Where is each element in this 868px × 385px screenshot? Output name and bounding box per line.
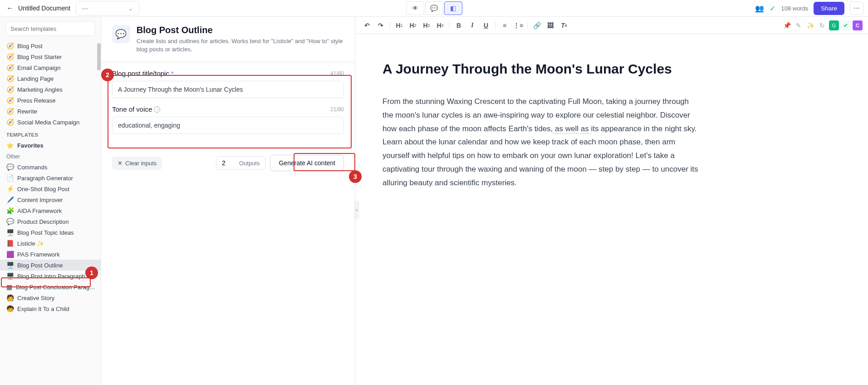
undo-icon[interactable]: ↶	[361, 19, 373, 32]
more-menu-icon[interactable]: ⋯	[850, 1, 863, 15]
sidebar-item-label: Paragraph Generator	[17, 175, 73, 182]
sidebar-item-label: Rewrite	[17, 108, 37, 115]
h4-button[interactable]: H4	[434, 19, 446, 32]
h1-button[interactable]: H1	[393, 19, 406, 32]
redo-icon[interactable]: ↷	[374, 19, 387, 32]
sidebar-item[interactable]: 📄Paragraph Generator	[0, 173, 101, 183]
field-title-label: Blog post title/topic	[112, 69, 169, 77]
user-avatar-icon[interactable]: C	[853, 20, 863, 30]
preview-icon[interactable]: 👁	[406, 1, 424, 15]
compass-icon: 🧭	[6, 53, 14, 60]
ordered-list-icon[interactable]: ≡	[498, 19, 511, 32]
search-input[interactable]	[5, 21, 95, 36]
underline-button[interactable]: U	[480, 19, 492, 32]
sidebar-item-label: Commands	[17, 164, 47, 171]
callout-badge-2: 2	[101, 69, 114, 81]
sidebar-item[interactable]: 🧭Rewrite	[0, 106, 101, 117]
star-icon: ⭐	[6, 142, 14, 149]
sidebar-item[interactable]: ▦Blog Post Conclusion Parag…	[0, 281, 101, 292]
sidebar-item[interactable]: 🧭Blog Post Starter	[0, 51, 101, 62]
h2-button[interactable]: H2	[407, 19, 419, 32]
grammarly-icon[interactable]: G	[829, 20, 839, 30]
sidebar-item[interactable]: 💬Product Description	[0, 216, 101, 227]
sidebar-item[interactable]: ⚡One-Shot Blog Post	[0, 183, 101, 194]
sidebar-item[interactable]: 📕Listicle ✨	[0, 238, 101, 249]
compass-icon: 🧭	[6, 42, 14, 49]
edit-icon[interactable]: ✎	[794, 20, 804, 30]
sidebar-item[interactable]: 🖊️Content Improver	[0, 194, 101, 205]
sidebar-item[interactable]: 🧭Marketing Angles	[0, 84, 101, 95]
form-body: Blog post title/topic * 41/80 Tone of vo…	[101, 62, 355, 148]
sidebar-item[interactable]: 🧭Social Media Campaign	[0, 117, 101, 128]
sidebar-item[interactable]: 🟪PAS Framework	[0, 249, 101, 260]
sidebar-item[interactable]: 💬Commands	[0, 162, 101, 173]
saved-check-icon: ✓	[770, 4, 775, 13]
bold-button[interactable]: B	[452, 19, 465, 32]
template-icon: 📕	[6, 240, 14, 247]
outputs-stepper[interactable]: Outputs	[216, 156, 266, 170]
shield-check-icon[interactable]: ✔	[841, 20, 851, 30]
sidebar-item[interactable]: 🧭Landing Page	[0, 73, 101, 84]
sidebar-item[interactable]: 🧒Explain It To a Child	[0, 303, 101, 314]
sidebar-item-label: Marketing Angles	[17, 86, 63, 93]
sidebar-item-label: Product Description	[17, 218, 69, 225]
clear-inputs-button[interactable]: ✕ Clear inputs	[112, 157, 162, 170]
history-icon[interactable]: ↻	[817, 20, 827, 30]
field-tone: Tone of voice i 21/80	[112, 105, 344, 134]
sidebar-item[interactable]: 🧩AIDA Framework	[0, 205, 101, 216]
comments-icon[interactable]: 💬	[425, 1, 443, 15]
sidebar-item-blog-post-outline[interactable]: 🖥️Blog Post Outline	[0, 260, 101, 271]
document-heading[interactable]: A Journey Through the Moon's Lunar Cycle…	[383, 61, 841, 77]
document-paragraph[interactable]: From the stunning Waxing Crescent to the…	[383, 95, 700, 189]
template-icon: ⚡	[6, 185, 14, 192]
outputs-label: Outputs	[239, 160, 260, 167]
split-view-icon[interactable]: ◧	[444, 1, 462, 15]
compass-icon: 🧭	[6, 97, 14, 104]
generate-button[interactable]: Generate AI content	[270, 155, 344, 171]
editor-content[interactable]: A Journey Through the Moon's Lunar Cycle…	[355, 34, 868, 385]
sidebar-item[interactable]: 🧑Creative Story	[0, 292, 101, 303]
outputs-input[interactable]	[222, 159, 235, 167]
template-icon: 🖥️	[6, 229, 14, 236]
sparkle-icon[interactable]: ✨	[805, 20, 815, 30]
sidebar-item[interactable]: 🧭Email Campaign	[0, 62, 101, 73]
unordered-list-icon[interactable]: ⋮≡	[512, 19, 525, 32]
share-button[interactable]: Share	[814, 2, 844, 15]
document-title[interactable]: Untitled Document	[18, 5, 70, 12]
top-right-actions: 👥 ✓ 108 words Share ⋯	[755, 1, 863, 15]
editor-panel: « ↶ ↷ H1 H2 H3 H4 B I U ≡ ⋮≡ 🔗 🖼 Tx 📌 ✎ …	[355, 17, 868, 385]
callout-badge-1: 1	[85, 267, 98, 279]
collapse-handle-icon[interactable]: «	[354, 201, 359, 219]
divider	[449, 21, 450, 30]
form-header: 💬 Blog Post Outline Create lists and out…	[101, 25, 355, 62]
info-icon[interactable]: i	[154, 106, 160, 113]
template-icon: 💬	[6, 163, 14, 171]
tone-input[interactable]	[112, 117, 344, 134]
back-arrow-icon[interactable]: ←	[5, 4, 15, 12]
pin-icon[interactable]: 📌	[782, 20, 792, 30]
sidebar-item-label: Press Release	[17, 97, 56, 104]
sidebar-item-label: Landing Page	[17, 75, 54, 82]
collaborators-icon[interactable]: 👥	[755, 4, 764, 13]
dropdown-value: —	[82, 5, 88, 12]
image-icon[interactable]: 🖼	[544, 19, 557, 32]
link-icon[interactable]: 🔗	[530, 19, 543, 32]
sidebar-item[interactable]: 🧭Blog Post	[0, 40, 101, 51]
sidebar-item-label: Blog Post Intro Paragraph	[17, 273, 85, 280]
sidebar-item[interactable]: 🧭Press Release	[0, 95, 101, 106]
sidebar-item-label: Creative Story	[17, 295, 54, 301]
clear-format-icon[interactable]: Tx	[558, 19, 570, 32]
compass-icon: 🧭	[6, 86, 14, 93]
sidebar-item[interactable]: 🖥️Blog Post Topic Ideas	[0, 227, 101, 238]
doc-dropdown[interactable]: — ⌄	[76, 1, 139, 15]
sidebar-item-label: Blog Post Outline	[17, 262, 63, 269]
sidebar-list[interactable]: 🧭Blog Post 🧭Blog Post Starter 🧭Email Cam…	[0, 40, 101, 385]
sidebar-item-label: PAS Framework	[17, 251, 60, 258]
h3-button[interactable]: H3	[420, 19, 433, 32]
italic-button[interactable]: I	[466, 19, 479, 32]
scrollbar-thumb[interactable]	[97, 43, 101, 70]
divider	[495, 21, 495, 30]
title-input[interactable]	[112, 81, 344, 98]
sidebar-item-label: Blog Post Starter	[17, 54, 62, 60]
favorites-item[interactable]: ⭐Favorites	[0, 139, 101, 152]
